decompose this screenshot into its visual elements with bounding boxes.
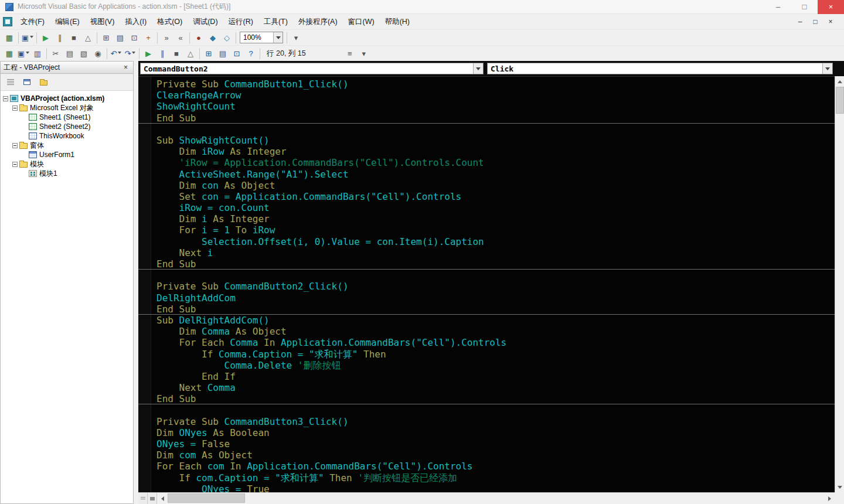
redo-icon[interactable]: ↷ <box>123 47 137 60</box>
cut-icon[interactable]: ✂ <box>49 47 63 60</box>
menu-item-run[interactable]: 运行(R) <box>223 15 258 28</box>
mdi-restore-button[interactable]: □ <box>808 16 823 28</box>
indent-icon[interactable]: » <box>159 31 173 44</box>
code-editor[interactable]: Private Sub CommandButton1_Click()ClearR… <box>138 76 835 492</box>
break-icon[interactable]: ∥ <box>53 31 67 44</box>
scroll-right-button[interactable] <box>825 493 835 504</box>
insert-module-icon[interactable]: ▣ <box>16 47 30 60</box>
view-excel-icon[interactable]: ▦ <box>2 31 16 44</box>
vba-doc-icon[interactable] <box>3 17 12 26</box>
scroll-up-button[interactable] <box>835 76 844 86</box>
menu-item-debug[interactable]: 调试(D) <box>188 15 223 28</box>
menu-item-help[interactable]: 帮助(H) <box>380 15 415 28</box>
menu-item-format[interactable]: 格式(O) <box>152 15 188 28</box>
procedure-view-button[interactable] <box>138 493 148 504</box>
horizontal-scrollbar[interactable] <box>157 493 835 504</box>
view-code-button[interactable] <box>4 76 18 88</box>
event-combo-arrow-icon[interactable] <box>822 63 832 74</box>
menu-item-view[interactable]: 视图(V) <box>85 15 120 28</box>
object-combobox-value[interactable]: CommandButton2 <box>141 63 473 74</box>
paste-icon[interactable]: ▧ <box>77 47 91 60</box>
design-mode-icon[interactable]: △ <box>81 31 95 44</box>
menu-item-tools[interactable]: 工具(T) <box>258 15 293 28</box>
maximize-button[interactable]: □ <box>791 0 818 14</box>
toolbar-options-icon[interactable]: ▾ <box>289 31 303 44</box>
minimize-button[interactable]: – <box>765 0 791 14</box>
project-panel-close-button[interactable]: × <box>121 63 130 72</box>
view-excel-icon[interactable]: ▦ <box>2 47 16 60</box>
expander-icon[interactable] <box>12 105 18 111</box>
tree-item-thisworkbook[interactable]: ThisWorkbook <box>1 131 133 141</box>
menu-item-insert[interactable]: 插入(I) <box>120 15 152 28</box>
menu-item-file[interactable]: 文件(F) <box>15 15 50 28</box>
tree-item-label: Sheet2 (Sheet2) <box>39 122 90 131</box>
outdent-icon[interactable]: « <box>173 31 188 44</box>
zoom-dropdown-icon[interactable] <box>273 32 283 43</box>
mdi-close-button[interactable]: × <box>823 16 838 28</box>
copy-icon[interactable]: ▤ <box>63 47 77 60</box>
object-combobox[interactable]: CommandButton2 <box>140 63 484 74</box>
run-icon[interactable]: ▶ <box>141 47 155 60</box>
find-icon[interactable]: ◉ <box>91 47 105 60</box>
tree-item-userform1[interactable]: UserForm1 <box>1 150 133 159</box>
breakpoint-margin[interactable] <box>138 77 151 492</box>
save-icon[interactable]: ▥ <box>30 47 45 60</box>
event-combobox-value[interactable]: Click <box>488 63 822 74</box>
zoom-value: 100% <box>240 33 273 42</box>
toolbox-icon[interactable]: + <box>141 31 155 44</box>
comment-block-icon[interactable]: ≡ <box>343 47 357 60</box>
toolbar-separator <box>189 32 190 43</box>
toggle-bookmark-icon[interactable]: ◆ <box>206 31 220 44</box>
vertical-scrollbar[interactable] <box>835 76 844 492</box>
menu-item-window[interactable]: 窗口(W) <box>343 15 380 28</box>
toggle-folders-button[interactable] <box>36 76 50 88</box>
scroll-down-button[interactable] <box>835 483 844 492</box>
properties-window-icon[interactable]: ▤ <box>216 47 230 60</box>
project-explorer-icon[interactable]: ⊞ <box>99 31 113 44</box>
window-title: Microsoft Visual Basic for Applications … <box>18 2 765 12</box>
run-icon[interactable]: ▶ <box>39 31 53 44</box>
tree-item-modules[interactable]: 模块 <box>1 159 133 169</box>
expander-icon[interactable] <box>3 96 8 101</box>
reset-icon[interactable]: ■ <box>67 31 81 44</box>
project-panel-toolbar <box>1 74 133 91</box>
scroll-left-button[interactable] <box>157 493 166 504</box>
close-button[interactable]: × <box>818 0 844 14</box>
tree-item-forms[interactable]: 窗体 <box>1 141 133 150</box>
event-combobox[interactable]: Click <box>487 63 833 74</box>
view-object-button[interactable] <box>20 76 34 88</box>
properties-window-icon[interactable]: ▤ <box>113 31 127 44</box>
object-combo-arrow-icon[interactable] <box>473 63 483 74</box>
next-bookmark-icon[interactable]: ◇ <box>220 31 234 44</box>
reset-icon[interactable]: ■ <box>169 47 183 60</box>
vertical-scroll-thumb[interactable] <box>836 87 844 114</box>
tree-item-vbaproject[interactable]: VBAProject (action.xlsm) <box>1 94 133 103</box>
toolbar-options-icon[interactable]: ▾ <box>357 47 371 60</box>
toolbar-separator <box>139 48 139 59</box>
horizontal-scroll-thumb[interactable] <box>168 493 245 503</box>
workbook-icon <box>29 132 37 139</box>
toggle-breakpoint-icon[interactable]: ● <box>192 31 206 44</box>
tree-item-sheet1[interactable]: Sheet1 (Sheet1) <box>1 113 133 122</box>
full-module-view-button[interactable] <box>148 493 157 504</box>
tree-item-sheet2[interactable]: Sheet2 (Sheet2) <box>1 122 133 131</box>
tree-item-module1[interactable]: 模块1 <box>1 169 133 178</box>
object-browser-icon[interactable]: ⊡ <box>127 31 141 44</box>
code-line <box>156 124 835 135</box>
break-icon[interactable]: ∥ <box>155 47 169 60</box>
tree-item-label: 窗体 <box>30 141 44 151</box>
menu-item-add-ins[interactable]: 外接程序(A) <box>293 15 343 28</box>
project-explorer-icon[interactable]: ⊞ <box>202 47 216 60</box>
help-icon[interactable]: ? <box>244 47 258 60</box>
insert-userform-icon[interactable]: ▣ <box>21 31 35 44</box>
expander-icon[interactable] <box>12 162 18 167</box>
panel-splitter[interactable] <box>134 61 138 504</box>
menu-item-edit[interactable]: 编辑(E) <box>50 15 85 28</box>
object-browser-icon[interactable]: ⊡ <box>230 47 244 60</box>
zoom-combobox[interactable]: 100% <box>240 32 283 43</box>
design-mode-icon[interactable]: △ <box>183 47 198 60</box>
expander-icon[interactable] <box>12 143 18 148</box>
mdi-minimize-button[interactable]: – <box>792 16 808 28</box>
tree-item-excel-objects[interactable]: Microsoft Excel 对象 <box>1 103 133 113</box>
undo-icon[interactable]: ↶ <box>109 47 123 60</box>
